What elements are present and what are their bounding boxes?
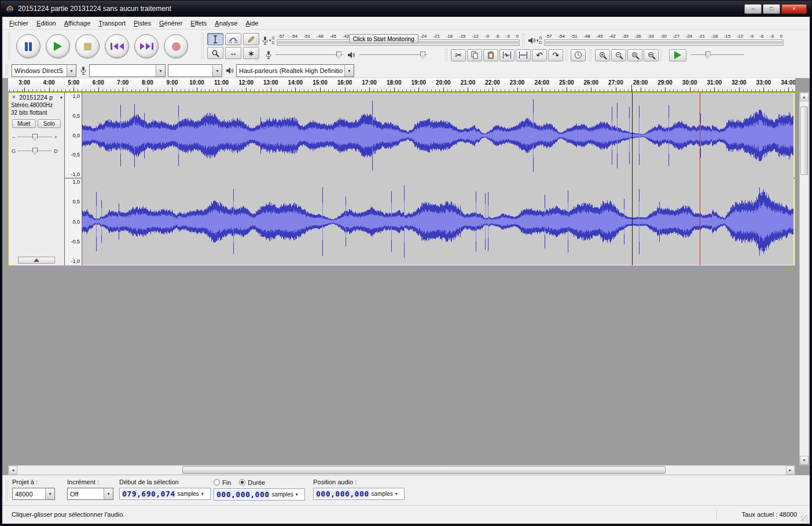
toolbar-grip[interactable]	[565, 49, 568, 61]
stop-button[interactable]	[75, 34, 100, 59]
dropdown-arrow-icon[interactable]: ▾	[344, 65, 354, 76]
vertical-scroll-thumb[interactable]	[800, 107, 808, 175]
recording-meter-body[interactable]: -57-54-51-48-45-42-39-36-33-30-27-24-21-…	[277, 33, 520, 48]
resize-grip-icon[interactable]	[801, 515, 809, 523]
slider-thumb[interactable]	[32, 148, 38, 155]
playback-device-select[interactable]: Haut-parleurs (Realtek High Definitio ▾	[236, 64, 354, 77]
scroll-right-button[interactable]: ►	[786, 466, 795, 474]
undo-button[interactable]: ↶	[532, 49, 547, 61]
copy-button[interactable]	[467, 49, 482, 61]
toolbar-grip[interactable]	[589, 49, 592, 61]
close-button[interactable]: ×	[781, 4, 807, 14]
audio-position-field[interactable]: 000,000,000 samples ▾	[313, 488, 405, 500]
toolbar-grip[interactable]	[201, 33, 204, 60]
dropdown-arrow-icon[interactable]: ▾	[395, 491, 398, 496]
scroll-up-button[interactable]: ▲	[800, 93, 809, 101]
menu-effets[interactable]: Effets	[186, 18, 211, 28]
horizontal-scroll-thumb[interactable]	[182, 466, 666, 474]
waveform-right-channel[interactable]	[82, 178, 793, 265]
slider-thumb[interactable]	[420, 52, 425, 59]
horizontal-scrollbar[interactable]: ◄ ►	[8, 465, 795, 475]
cut-button[interactable]: ✂	[451, 49, 466, 61]
menu-pistes[interactable]: Pistes	[130, 18, 155, 28]
pause-button[interactable]	[16, 34, 41, 59]
end-radio[interactable]: Fin	[214, 479, 231, 486]
playback-meter-body[interactable]: -57-54-51-48-45-42-39-36-33-30-27-24-21-…	[544, 33, 784, 48]
timeline-ruler[interactable]: 3:004:005:006:007:008:009:0010:0011:0012…	[8, 78, 795, 92]
menu-analyse[interactable]: Analyse	[211, 18, 241, 28]
solo-button[interactable]: Solo	[38, 119, 61, 128]
zoom-out-button[interactable]	[611, 49, 626, 61]
selection-start-field[interactable]: 079,690,074 samples ▾	[119, 488, 211, 500]
toolbar-grip[interactable]	[660, 49, 663, 61]
redo-button[interactable]: ↷	[548, 49, 563, 61]
scroll-down-button[interactable]: ▼	[800, 456, 809, 465]
play-at-speed-button[interactable]	[669, 49, 686, 61]
selection-start-digits[interactable]: 079,690,074	[122, 490, 176, 498]
playback-meter[interactable]: ▾ G D -57-54-51-48-45-42-39-36-33-30-27-…	[522, 33, 784, 48]
selection-duration-field[interactable]: 000,000,000 samples ▾	[214, 488, 305, 501]
toolbar-grip[interactable]	[256, 33, 259, 48]
skip-end-button[interactable]	[134, 34, 159, 59]
recording-channels-select[interactable]: ▾	[168, 64, 222, 77]
vertical-ruler[interactable]: 1,00,50,0-0,5-1,0 1,00,50,0-0,5-1,0	[65, 93, 82, 265]
menu-affichage[interactable]: Affichage	[60, 18, 95, 28]
scroll-left-button[interactable]: ◄	[9, 466, 17, 474]
dropdown-arrow-icon[interactable]: ▾	[45, 488, 54, 499]
zoom-selection-button[interactable]	[627, 49, 642, 61]
snap-to-select[interactable]: Off ▾	[67, 488, 113, 500]
paste-button[interactable]	[483, 49, 498, 61]
track-menu-arrow-icon[interactable]: ▾	[60, 95, 63, 100]
zoom-fit-button[interactable]	[644, 49, 659, 61]
menu-generer[interactable]: Générer	[155, 18, 186, 28]
dropdown-arrow-icon[interactable]: ▾	[201, 491, 204, 496]
play-button[interactable]	[46, 34, 70, 59]
menu-fichier[interactable]: Fichier	[5, 18, 32, 28]
record-button[interactable]	[164, 34, 188, 59]
slider-thumb[interactable]	[706, 52, 711, 59]
dropdown-arrow-icon[interactable]: ▾	[104, 488, 113, 499]
playback-speed-slider[interactable]	[691, 50, 744, 60]
playback-volume-slider[interactable]	[359, 50, 427, 60]
waveform-left-channel[interactable]	[82, 93, 793, 178]
track-name[interactable]: 20151224 p	[19, 94, 58, 101]
duration-radio[interactable]: Durée	[239, 479, 265, 486]
selection-tool-button[interactable]	[207, 33, 223, 45]
recording-device-select[interactable]: ▾	[89, 64, 166, 77]
dropdown-arrow-icon[interactable]: ▾	[156, 65, 165, 76]
zoom-tool-button[interactable]	[207, 47, 223, 59]
toolbar-grip[interactable]	[522, 33, 525, 48]
slider-thumb[interactable]	[32, 134, 38, 141]
meter-dropdown-icon[interactable]: ▾	[269, 38, 271, 43]
slider-thumb[interactable]	[336, 52, 341, 59]
menu-aide[interactable]: Aide	[241, 18, 262, 28]
gain-slider[interactable]	[17, 133, 52, 142]
menu-edition[interactable]: Edition	[32, 18, 60, 28]
envelope-tool-button[interactable]	[225, 33, 241, 45]
pan-slider[interactable]	[17, 147, 52, 156]
vertical-scrollbar[interactable]: ▲ ▼	[799, 92, 809, 465]
audio-host-select[interactable]: Windows DirectS ▾	[12, 64, 76, 77]
monitor-button[interactable]: Click to Start Monitoring	[349, 34, 418, 43]
skip-start-button[interactable]	[105, 34, 129, 59]
track-close-button[interactable]: ×	[10, 94, 17, 101]
track-control-panel[interactable]: × 20151224 p ▾ Stéréo,48000Hz 32 bits fl…	[9, 93, 65, 265]
track-collapse-button[interactable]	[18, 257, 55, 264]
selection-duration-digits[interactable]: 000,000,000	[216, 490, 270, 499]
recording-meter[interactable]: ▾ G D -57-54-51-48-45-42-39-36-33-30-27-…	[256, 33, 520, 48]
zoom-in-button[interactable]	[595, 49, 610, 61]
dropdown-arrow-icon[interactable]: ▾	[296, 492, 298, 497]
toolbar-grip[interactable]	[256, 49, 259, 61]
title-bar[interactable]: 20151224 partie 20131224 sans aucun trai…	[1, 1, 811, 17]
meter-dropdown-icon[interactable]: ▾	[537, 38, 539, 43]
audio-position-digits[interactable]: 000,000,000	[315, 490, 370, 498]
project-rate-select[interactable]: 48000 ▾	[12, 488, 55, 500]
recording-volume-slider[interactable]	[275, 50, 344, 60]
timeshift-tool-button[interactable]: ↔	[225, 47, 241, 59]
toolbar-grip[interactable]	[6, 480, 9, 501]
toolbar-grip[interactable]	[6, 65, 9, 76]
menu-transport[interactable]: Transport	[94, 18, 130, 28]
dropdown-arrow-icon[interactable]: ▾	[67, 65, 76, 76]
toolbar-grip[interactable]	[8, 32, 11, 60]
trim-button[interactable]	[499, 49, 515, 61]
